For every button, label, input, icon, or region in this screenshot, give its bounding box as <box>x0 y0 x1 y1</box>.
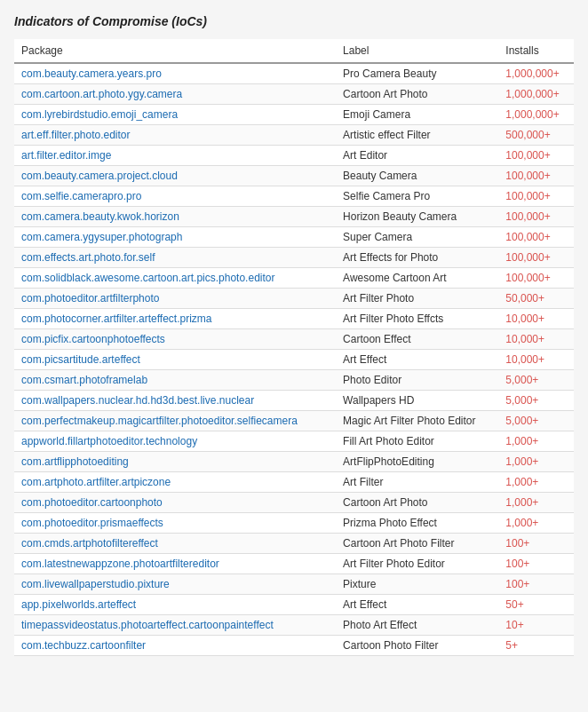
cell-label: Cartoon Photo Filter <box>336 636 498 656</box>
table-row: appworld.fillartphotoeditor.technologyFi… <box>14 431 574 452</box>
cell-label: Art Editor <box>336 146 498 166</box>
cell-package: com.artphoto.artfilter.artpiczone <box>14 472 336 493</box>
table-row: com.cmds.artphotofiltereffectCartoon Art… <box>14 534 574 554</box>
col-label: Label <box>336 39 498 63</box>
cell-installs: 100+ <box>498 574 574 595</box>
cell-label: Pro Camera Beauty <box>336 63 498 84</box>
table-row: com.photoeditor.prismaeffectsPrizma Phot… <box>14 513 574 534</box>
cell-installs: 10,000+ <box>498 329 574 350</box>
cell-installs: 100,000+ <box>498 268 574 289</box>
table-row: com.camera.beauty.kwok.horizonHorizon Be… <box>14 207 574 227</box>
cell-label: Selfie Camera Pro <box>336 186 498 207</box>
cell-label: Photo Editor <box>336 370 498 391</box>
cell-installs: 1,000+ <box>498 452 574 472</box>
cell-package: com.beauty.camera.project.cloud <box>14 166 336 186</box>
cell-installs: 1,000+ <box>498 431 574 452</box>
table-row: com.beauty.camera.project.cloudBeauty Ca… <box>14 166 574 186</box>
table-row: com.artflipphotoeditingArtFlipPhotoEditi… <box>14 452 574 472</box>
cell-package: com.selfie.camerapro.pro <box>14 186 336 207</box>
cell-label: Awesome Cartoon Art <box>336 268 498 289</box>
cell-label: Art Filter Photo Editor <box>336 554 498 574</box>
ioc-table: Package Label Installs com.beauty.camera… <box>14 39 574 656</box>
table-row: timepassvideostatus.photoarteffect.carto… <box>14 615 574 636</box>
cell-installs: 10,000+ <box>498 309 574 329</box>
cell-package: com.photoeditor.cartoonphoto <box>14 493 336 513</box>
cell-label: Super Camera <box>336 227 498 248</box>
cell-label: Beauty Camera <box>336 166 498 186</box>
table-row: com.artphoto.artfilter.artpiczoneArt Fil… <box>14 472 574 493</box>
cell-installs: 5+ <box>498 636 574 656</box>
cell-installs: 1,000+ <box>498 513 574 534</box>
cell-package: com.camera.ygysuper.photograph <box>14 227 336 248</box>
cell-package: com.photoeditor.prismaeffects <box>14 513 336 534</box>
cell-package: com.cmds.artphotofiltereffect <box>14 534 336 554</box>
cell-package: appworld.fillartphotoeditor.technology <box>14 431 336 452</box>
cell-package: com.picsartitude.arteffect <box>14 350 336 370</box>
table-row: com.livewallpaperstudio.pixturePixture10… <box>14 574 574 595</box>
cell-installs: 100+ <box>498 554 574 574</box>
cell-installs: 50,000+ <box>498 289 574 309</box>
cell-label: Art Effects for Photo <box>336 248 498 268</box>
cell-package: art.eff.filter.photo.editor <box>14 125 336 146</box>
table-row: com.camera.ygysuper.photographSuper Came… <box>14 227 574 248</box>
cell-installs: 5,000+ <box>498 391 574 411</box>
cell-package: com.effects.art.photo.for.self <box>14 248 336 268</box>
cell-label: Art Filter Photo Effcts <box>336 309 498 329</box>
cell-installs: 10+ <box>498 615 574 636</box>
table-row: com.photoeditor.artfilterphotoArt Filter… <box>14 289 574 309</box>
cell-installs: 1,000,000+ <box>498 63 574 84</box>
cell-label: Cartoon Art Photo <box>336 84 498 105</box>
cell-package: com.csmart.photoframelab <box>14 370 336 391</box>
table-row: com.latestnewappzone.photoartfilteredito… <box>14 554 574 574</box>
cell-installs: 100,000+ <box>498 227 574 248</box>
cell-package: com.artflipphotoediting <box>14 452 336 472</box>
table-row: com.picsartitude.arteffectArt Effect10,0… <box>14 350 574 370</box>
table-row: art.filter.editor.imgeArt Editor100,000+ <box>14 146 574 166</box>
cell-package: com.camera.beauty.kwok.horizon <box>14 207 336 227</box>
cell-package: com.livewallpaperstudio.pixture <box>14 574 336 595</box>
table-row: com.solidblack.awesome.cartoon.art.pics.… <box>14 268 574 289</box>
cell-package: art.filter.editor.imge <box>14 146 336 166</box>
cell-package: com.lyrebirdstudio.emoji_camera <box>14 105 336 125</box>
cell-installs: 500,000+ <box>498 125 574 146</box>
cell-label: Emoji Camera <box>336 105 498 125</box>
cell-installs: 50+ <box>498 595 574 615</box>
table-row: com.effects.art.photo.for.selfArt Effect… <box>14 248 574 268</box>
cell-label: Horizon Beauty Camera <box>336 207 498 227</box>
cell-label: Cartoon Art Photo <box>336 493 498 513</box>
cell-label: Pixture <box>336 574 498 595</box>
cell-installs: 1,000,000+ <box>498 105 574 125</box>
cell-installs: 100,000+ <box>498 186 574 207</box>
cell-installs: 1,000+ <box>498 472 574 493</box>
cell-installs: 100,000+ <box>498 146 574 166</box>
cell-package: com.beauty.camera.years.pro <box>14 63 336 84</box>
cell-package: com.solidblack.awesome.cartoon.art.pics.… <box>14 268 336 289</box>
cell-label: Fill Art Photo Editor <box>336 431 498 452</box>
table-row: com.selfie.camerapro.proSelfie Camera Pr… <box>14 186 574 207</box>
cell-label: Artistic effect Filter <box>336 125 498 146</box>
cell-package: com.photocorner.artfilter.arteffect.priz… <box>14 309 336 329</box>
cell-label: Magic Art Filter Photo Editor <box>336 411 498 431</box>
cell-package: com.cartoon.art.photo.ygy.camera <box>14 84 336 105</box>
cell-label: Prizma Photo Effect <box>336 513 498 534</box>
table-row: com.photoeditor.cartoonphotoCartoon Art … <box>14 493 574 513</box>
cell-package: com.techbuzz.cartoonfilter <box>14 636 336 656</box>
cell-package: com.photoeditor.artfilterphoto <box>14 289 336 309</box>
cell-installs: 100,000+ <box>498 207 574 227</box>
cell-package: com.latestnewappzone.photoartfilteredito… <box>14 554 336 574</box>
col-installs: Installs <box>498 39 574 63</box>
cell-label: Art Filter Photo <box>336 289 498 309</box>
cell-label: Cartoon Effect <box>336 329 498 350</box>
cell-package: com.perfectmakeup.magicartfilter.photoed… <box>14 411 336 431</box>
cell-installs: 1,000+ <box>498 493 574 513</box>
table-row: com.lyrebirdstudio.emoji_cameraEmoji Cam… <box>14 105 574 125</box>
table-header-row: Package Label Installs <box>14 39 574 63</box>
cell-installs: 100,000+ <box>498 166 574 186</box>
table-row: com.picfix.cartoonphotoeffectsCartoon Ef… <box>14 329 574 350</box>
cell-package: com.picfix.cartoonphotoeffects <box>14 329 336 350</box>
table-row: art.eff.filter.photo.editorArtistic effe… <box>14 125 574 146</box>
cell-installs: 100+ <box>498 534 574 554</box>
table-row: com.photocorner.artfilter.arteffect.priz… <box>14 309 574 329</box>
cell-package: app.pixelworlds.arteffect <box>14 595 336 615</box>
cell-installs: 5,000+ <box>498 370 574 391</box>
